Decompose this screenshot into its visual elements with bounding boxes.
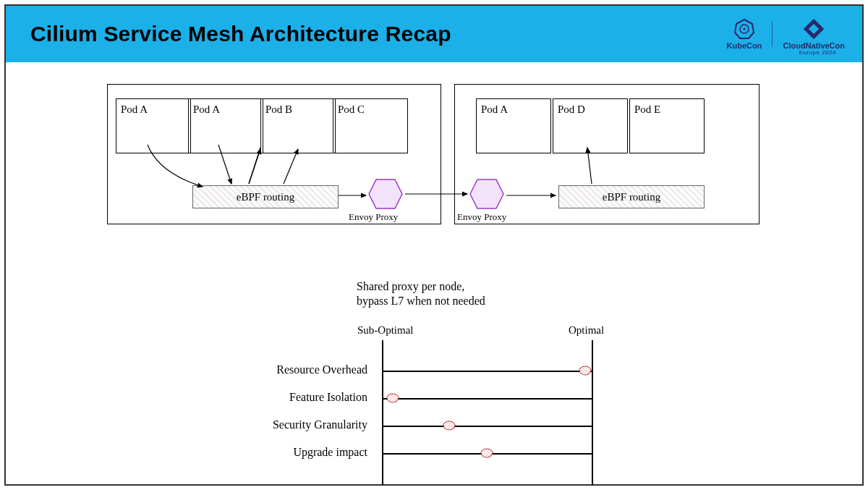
- axis-low-label: Sub-Optimal: [357, 324, 414, 337]
- metric-label: Resource Overhead: [244, 363, 367, 376]
- metric-label: Feature Isolation: [244, 391, 367, 404]
- envoy-hex-right: [469, 178, 505, 210]
- metric-label: Upgrade impact: [244, 446, 367, 459]
- kubecon-icon: [734, 19, 754, 39]
- pod-box: Pod A: [188, 98, 263, 153]
- chart-caption: Shared proxy per node, bypass L7 when no…: [357, 279, 485, 308]
- metric-dot: [579, 366, 592, 376]
- pod-box: Pod A: [476, 98, 551, 153]
- metric-dot: [386, 394, 399, 403]
- ebpf-routing-right: eBPF routing: [558, 185, 705, 208]
- axis-high-line: [592, 340, 593, 485]
- metric-dot: [443, 421, 455, 431]
- metric-label: Security Granularity: [244, 418, 367, 431]
- pod-box: Pod A: [116, 98, 191, 153]
- svg-point-2: [743, 28, 745, 30]
- cloudnativecon-logo: CloudNativeCon: [783, 19, 845, 50]
- pod-box: Pod D: [553, 98, 628, 153]
- axis-low-line: [382, 340, 383, 485]
- axis-high-label: Optimal: [569, 324, 604, 337]
- ebpf-routing-left: eBPF routing: [192, 185, 339, 208]
- title-bar: Cilium Service Mesh Architecture Recap K…: [6, 6, 862, 62]
- metric-track: [382, 426, 592, 427]
- slide-title: Cilium Service Mesh Architecture Recap: [30, 22, 451, 46]
- pod-box: Pod B: [260, 98, 336, 153]
- metric-track: [382, 371, 592, 372]
- logo-divider: [772, 21, 773, 47]
- envoy-label-left: Envoy Proxy: [349, 211, 398, 223]
- envoy-hex-left: [367, 178, 404, 210]
- cloudnativecon-icon: [804, 19, 824, 39]
- kubecon-logo: KubeCon: [727, 19, 762, 50]
- pod-box: Pod C: [333, 98, 408, 153]
- kubecon-label: KubeCon: [727, 41, 762, 50]
- event-subline: Europe 2024: [799, 49, 836, 56]
- event-logos: KubeCon CloudNativeCon: [727, 19, 845, 50]
- metric-dot: [481, 449, 493, 458]
- tradeoff-chart: Shared proxy per node, bypass L7 when no…: [244, 279, 635, 489]
- svg-marker-7: [470, 179, 503, 208]
- metric-track: [382, 398, 592, 400]
- cloudnativecon-label: CloudNativeCon: [783, 41, 845, 50]
- pod-box: Pod E: [629, 98, 705, 153]
- envoy-label-right: Envoy Proxy: [457, 211, 506, 223]
